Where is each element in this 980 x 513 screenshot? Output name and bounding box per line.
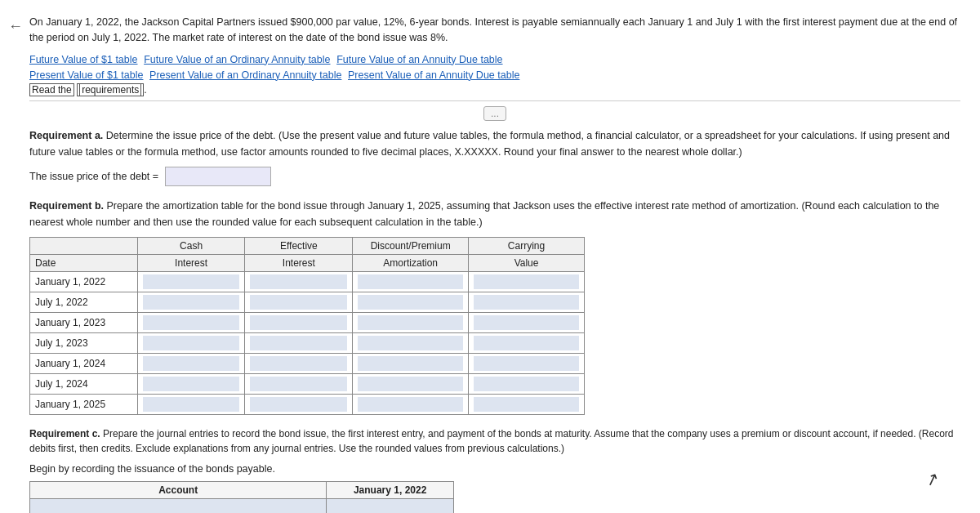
begin-text: Begin by recording the issuance of the b… (29, 463, 960, 475)
col-subheader-cash: Interest (137, 254, 245, 271)
col-header-carrying: Carrying (469, 237, 585, 254)
amort-discount-input-2[interactable] (358, 315, 463, 330)
ellipsis-separator: ... (29, 100, 960, 121)
amort-effective-6[interactable] (245, 394, 353, 414)
main-page: ← On January 1, 2022, the Jackson Capita… (0, 0, 980, 513)
amort-cash-input-3[interactable] (143, 336, 240, 350)
amort-carrying-4[interactable] (469, 353, 585, 373)
amort-effective-input-0[interactable] (250, 274, 347, 289)
amort-carrying-input-3[interactable] (474, 336, 579, 350)
amort-cash-input-0[interactable] (143, 274, 240, 289)
amort-cash-input-6[interactable] (143, 397, 240, 412)
fv-dollar-link[interactable]: Future Value of $1 table (29, 54, 138, 65)
pv-dollar-link[interactable]: Present Value of $1 table (29, 69, 143, 81)
ellipsis-button[interactable]: ... (483, 106, 506, 121)
amort-discount-0[interactable] (353, 271, 469, 292)
amort-discount-1[interactable] (353, 292, 469, 312)
amort-effective-input-4[interactable] (250, 356, 347, 371)
amort-row-3: July 1, 2023 (30, 332, 585, 353)
amort-row-6: January 1, 2025 (30, 394, 585, 414)
journal-value-input-1[interactable] (332, 502, 448, 513)
col-header-discount: Discount/Premium (353, 237, 469, 254)
amort-carrying-1[interactable] (469, 292, 585, 312)
amort-cash-1[interactable] (137, 292, 245, 312)
fv-ordinary-annuity-link[interactable]: Future Value of an Ordinary Annuity tabl… (144, 54, 330, 65)
amort-effective-input-3[interactable] (250, 336, 347, 350)
amort-discount-input-0[interactable] (358, 274, 463, 289)
amort-discount-4[interactable] (353, 353, 469, 373)
amort-carrying-input-1[interactable] (474, 295, 579, 310)
amort-effective-input-6[interactable] (250, 397, 347, 412)
amort-cash-2[interactable] (137, 312, 245, 332)
amort-discount-input-1[interactable] (358, 295, 463, 310)
links-row-2: Present Value of $1 table Present Value … (29, 69, 960, 81)
journal-col-account: Account (30, 481, 327, 498)
req-a-label: Requirement a. (29, 130, 103, 141)
back-arrow-icon[interactable]: ← (8, 18, 23, 35)
amort-cash-input-5[interactable] (143, 377, 240, 391)
fv-annuity-due-link[interactable]: Future Value of an Annuity Due table (336, 54, 502, 65)
amort-discount-6[interactable] (353, 394, 469, 414)
amort-carrying-6[interactable] (469, 394, 585, 414)
amort-discount-3[interactable] (353, 332, 469, 353)
amort-effective-input-2[interactable] (250, 315, 347, 330)
journal-row-1-account[interactable] (30, 498, 327, 513)
amort-discount-5[interactable] (353, 373, 469, 394)
amort-effective-1[interactable] (245, 292, 353, 312)
amort-effective-5[interactable] (245, 373, 353, 394)
pv-ordinary-annuity-link[interactable]: Present Value of an Ordinary Annuity tab… (149, 69, 341, 81)
req-c-title: Requirement c. Prepare the journal entri… (29, 426, 960, 457)
col-header-cash: Cash (137, 237, 245, 254)
amort-effective-2[interactable] (245, 312, 353, 332)
amort-cash-3[interactable] (137, 332, 245, 353)
amort-carrying-2[interactable] (469, 312, 585, 332)
amort-effective-3[interactable] (245, 332, 353, 353)
amort-row-0: January 1, 2022 (30, 271, 585, 292)
req-c-label: Requirement c. (29, 428, 100, 439)
col-subheader-amortization: Amortization (353, 254, 469, 271)
amort-discount-2[interactable] (353, 312, 469, 332)
amort-cash-0[interactable] (137, 271, 245, 292)
amort-date-4: January 1, 2024 (30, 353, 138, 373)
amort-carrying-input-0[interactable] (474, 274, 579, 289)
amort-row-5: July 1, 2024 (30, 373, 585, 394)
amort-row-4: January 1, 2024 (30, 353, 585, 373)
requirement-a-block: Requirement a. Determine the issue price… (29, 127, 960, 186)
amort-cash-5[interactable] (137, 373, 245, 394)
journal-row-1 (30, 498, 454, 513)
amort-effective-4[interactable] (245, 353, 353, 373)
amort-effective-input-5[interactable] (250, 377, 347, 391)
amort-cash-input-2[interactable] (143, 315, 240, 330)
col-header-date (30, 237, 138, 254)
journal-table: Account January 1, 2022 (29, 481, 454, 513)
journal-account-input-1[interactable] (35, 502, 321, 513)
amort-carrying-0[interactable] (469, 271, 585, 292)
pv-annuity-due-link[interactable]: Present Value of an Annuity Due table (348, 69, 519, 81)
amort-effective-0[interactable] (245, 271, 353, 292)
amort-cash-4[interactable] (137, 353, 245, 373)
amort-discount-input-6[interactable] (358, 397, 463, 412)
read-requirements-row: Read the requirements. (29, 84, 960, 96)
requirements-link[interactable]: requirements (77, 83, 144, 96)
amort-effective-input-1[interactable] (250, 295, 347, 310)
amort-date-6: January 1, 2025 (30, 394, 138, 414)
amort-carrying-5[interactable] (469, 373, 585, 394)
amort-cash-input-1[interactable] (143, 295, 240, 310)
amort-row-2: January 1, 2023 (30, 312, 585, 332)
amort-discount-input-3[interactable] (358, 336, 463, 350)
issue-price-label: The issue price of the debt = (29, 171, 158, 182)
col-subheader-effective: Interest (245, 254, 353, 271)
amort-carrying-3[interactable] (469, 332, 585, 353)
amort-discount-input-5[interactable] (358, 377, 463, 391)
amort-carrying-input-2[interactable] (474, 315, 579, 330)
amort-cash-input-4[interactable] (143, 356, 240, 371)
amort-discount-input-4[interactable] (358, 356, 463, 371)
amort-carrying-input-4[interactable] (474, 356, 579, 371)
req-a-title: Requirement a. Determine the issue price… (29, 127, 960, 160)
amort-carrying-input-5[interactable] (474, 377, 579, 391)
journal-row-1-value[interactable] (327, 498, 454, 513)
amort-carrying-input-6[interactable] (474, 397, 579, 412)
amort-date-3: July 1, 2023 (30, 332, 138, 353)
amort-cash-6[interactable] (137, 394, 245, 414)
issue-price-input[interactable] (165, 167, 271, 186)
